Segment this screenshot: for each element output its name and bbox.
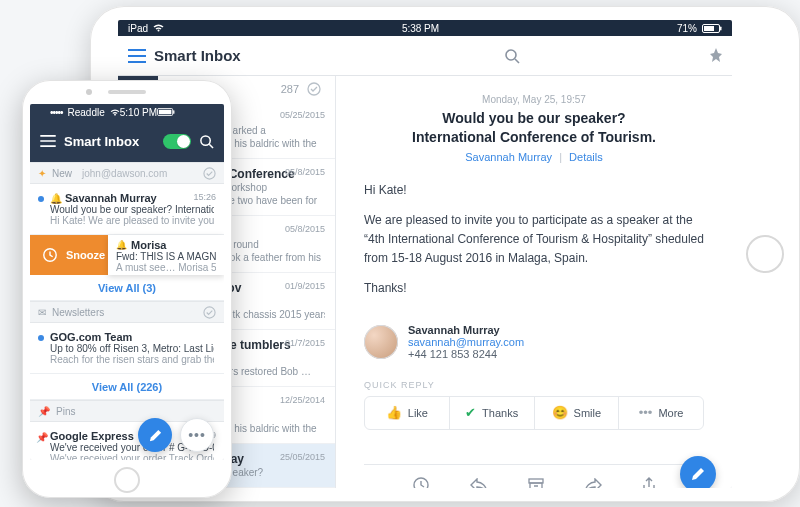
section-header-newsletters: ✉ Newsletters xyxy=(30,301,224,323)
iphone-nav-bar: Smart Inbox xyxy=(30,120,224,162)
quick-reply-row: 👍Like ✔Thanks 😊Smile •••More xyxy=(364,396,704,430)
svg-point-3 xyxy=(506,50,516,60)
unread-dot xyxy=(38,335,44,341)
list-item-date: 25/05/2015 xyxy=(280,452,325,462)
snooze-label: Snooze xyxy=(66,249,105,261)
forward-icon[interactable] xyxy=(584,478,602,489)
share-icon[interactable] xyxy=(642,477,656,489)
svg-rect-12 xyxy=(159,110,171,114)
menu-icon[interactable] xyxy=(40,135,56,147)
sig-email[interactable]: savannah@murray.com xyxy=(408,336,524,348)
checkmark-icon[interactable] xyxy=(203,167,216,180)
search-icon[interactable] xyxy=(199,134,214,149)
svg-rect-1 xyxy=(704,26,714,31)
row-sender: 🔔Savannah Murray xyxy=(50,192,214,204)
row-subject: Up to 80% off Risen 3, Metro: Last Light… xyxy=(50,343,214,354)
qr-more-button[interactable]: •••More xyxy=(619,397,703,429)
list-item-date: 05/8/2015 xyxy=(285,224,325,234)
section-label: New xyxy=(52,168,72,179)
section-label: Newsletters xyxy=(52,307,104,318)
menu-icon[interactable] xyxy=(128,49,146,63)
card-sender: Morisa xyxy=(131,239,166,251)
list-item-date: 12/25/2014 xyxy=(280,395,325,405)
battery-icon xyxy=(157,108,175,116)
archive-icon[interactable] xyxy=(528,478,544,489)
list-item-date: 01/9/2015 xyxy=(285,281,325,291)
svg-line-4 xyxy=(515,59,519,63)
svg-point-18 xyxy=(204,306,215,317)
list-item-date: 05/25/2015 xyxy=(280,110,325,120)
section-header-new: ✦ New john@dawson.com xyxy=(30,162,224,184)
row-preview: We've received your order Track Order xyxy=(50,453,214,460)
iphone-status-bar: ••••• Readdle 5:10 PM xyxy=(30,104,224,120)
clock-label: 5:10 PM xyxy=(120,107,157,118)
list-item[interactable]: 🔔Savannah MurrayWould you be our speaker… xyxy=(30,184,224,235)
svg-rect-13 xyxy=(173,110,174,114)
card-subject: Fwd: THIS IS A MAGNIFICENT VI xyxy=(116,251,216,262)
qr-smile-button[interactable]: 😊Smile xyxy=(535,397,620,429)
detail-toolbar xyxy=(364,464,704,488)
carrier-label: Readdle xyxy=(68,107,105,118)
list-item[interactable]: GOG.com TeamUp to 80% off Risen 3, Metro… xyxy=(30,323,224,374)
card-preview: A must see… Morisa 555-1212 W xyxy=(116,262,216,273)
row-preview: Hi Kate! We are pleased to invite you to… xyxy=(50,215,214,226)
ipad-status-bar: iPad 5:38 PM 71% xyxy=(118,20,732,36)
row-time: 15:26 xyxy=(193,192,216,202)
ipad-app-header: Smart Inbox xyxy=(118,36,732,76)
checkmark-icon[interactable] xyxy=(307,82,321,96)
signature: Savannah Murray savannah@murray.com +44 … xyxy=(364,324,704,360)
detail-from[interactable]: Savannah Murray xyxy=(465,151,552,163)
focused-toggle[interactable] xyxy=(163,134,191,149)
inbox-title: Smart Inbox xyxy=(64,134,139,149)
wifi-icon xyxy=(153,24,164,32)
view-all-new-link[interactable]: View All (3) xyxy=(30,275,224,301)
battery-icon xyxy=(702,24,722,33)
carrier-label: iPad xyxy=(128,23,148,34)
list-item-date: 01/7/2015 xyxy=(285,338,325,348)
compose-button[interactable] xyxy=(138,418,172,452)
sig-phone: +44 121 853 8244 xyxy=(408,348,524,360)
svg-point-14 xyxy=(201,135,210,144)
clock-label: 5:38 PM xyxy=(402,23,439,34)
wifi-icon xyxy=(110,109,120,116)
search-icon[interactable] xyxy=(504,48,520,64)
bell-icon: 🔔 xyxy=(50,193,62,204)
view-all-news-link[interactable]: View All (226) xyxy=(30,374,224,400)
svg-point-16 xyxy=(204,167,215,178)
ipad-home-button[interactable] xyxy=(746,235,784,273)
pin-icon[interactable] xyxy=(710,48,722,64)
snooze-swipe-action[interactable]: Snooze 🔔 Morisa Fwd: THIS IS A MAGNIFICE… xyxy=(30,235,224,275)
inbox-title: Smart Inbox xyxy=(154,47,241,64)
compose-button[interactable] xyxy=(680,456,716,488)
list-item-date: 05/8/2015 xyxy=(285,167,325,177)
svg-line-15 xyxy=(209,144,213,148)
row-preview: Reach for the risen stars and grab them … xyxy=(50,354,214,365)
section-sub: john@dawson.com xyxy=(82,168,167,179)
sig-name: Savannah Murray xyxy=(408,324,524,336)
detail-body: Hi Kate! We are pleased to invite you to… xyxy=(364,181,704,310)
battery-label: 71% xyxy=(677,23,697,34)
detail-subject: Would you be our speaker? International … xyxy=(364,109,704,147)
checkmark-icon[interactable] xyxy=(203,306,216,319)
unread-dot xyxy=(38,196,44,202)
ipad-message-detail: Monday, May 25, 19:57 Would you be our s… xyxy=(336,76,732,488)
snooze-icon[interactable] xyxy=(412,476,430,489)
clock-icon xyxy=(42,247,58,263)
iphone-home-button[interactable] xyxy=(114,467,140,493)
detail-date: Monday, May 25, 19:57 xyxy=(364,94,704,105)
qr-like-button[interactable]: 👍Like xyxy=(365,397,450,429)
iphone-screen: ••••• Readdle 5:10 PM Smart Inbox xyxy=(30,104,224,460)
reply-icon[interactable] xyxy=(470,478,488,489)
list-count: 287 xyxy=(281,83,299,95)
more-button[interactable]: ••• xyxy=(180,418,214,452)
detail-details-link[interactable]: Details xyxy=(569,151,603,163)
detail-meta: Savannah Murray | Details xyxy=(364,151,704,163)
iphone-frame: ••••• Readdle 5:10 PM Smart Inbox xyxy=(22,80,232,498)
swiped-message-card[interactable]: 🔔 Morisa Fwd: THIS IS A MAGNIFICENT VI A… xyxy=(108,235,224,275)
svg-rect-2 xyxy=(720,26,722,30)
qr-thanks-button[interactable]: ✔Thanks xyxy=(450,397,535,429)
section-label: Pins xyxy=(56,406,75,417)
row-sender: GOG.com Team xyxy=(50,331,214,343)
row-subject: Would you be our speaker? International… xyxy=(50,204,214,215)
quick-reply-label: QUICK REPLY xyxy=(364,380,704,390)
